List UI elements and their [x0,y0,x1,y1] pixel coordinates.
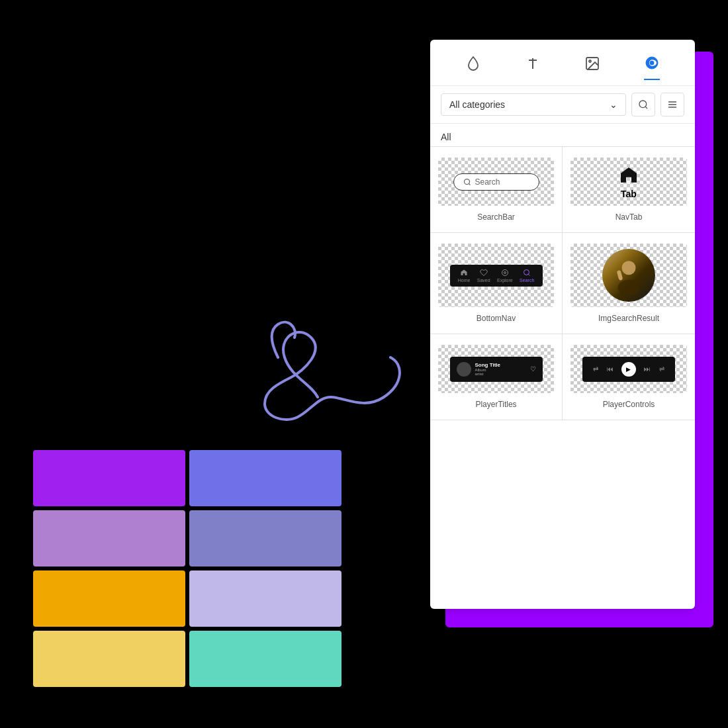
tab-text[interactable] [525,56,541,79]
svg-point-6 [639,101,647,108]
navtab-preview-area: Tab [570,158,687,206]
swatch-lavender[interactable] [189,570,341,627]
swatch-yellow-vivid[interactable] [33,570,185,627]
component-panel: All categories ⌄ All [430,40,695,609]
component-grid: Search SearchBar Tab NavTab [430,146,695,420]
playertitles-preview-area: Song Title Album artist ♡ [438,345,554,393]
bottomnav-widget: Home Saved Explore Search [450,265,543,287]
searchbar-widget: Search [453,173,539,191]
component-name-searchbar: SearchBar [477,212,515,222]
player-text: Song Title Album artist [475,362,501,376]
component-cell-playertitles[interactable]: Song Title Album artist ♡ PlayerTitles [430,334,563,420]
swatch-purple-vivid[interactable] [33,450,185,506]
component-cell-imgsearch[interactable]: ImgSearchResult [563,233,695,334]
bnav-search: Search [520,269,534,283]
svg-rect-19 [617,270,623,281]
category-bar: All categories ⌄ [430,86,695,124]
svg-point-14 [504,271,506,273]
searchbar-placeholder: Search [475,177,500,187]
category-dropdown[interactable]: All categories ⌄ [441,93,626,116]
playertitles-widget: Song Title Album artist ♡ [450,357,543,382]
component-name-bottomnav: BottomNav [477,314,516,323]
component-name-imgsearch: ImgSearchResult [598,314,659,323]
svg-point-18 [618,280,640,295]
svg-point-17 [622,261,636,275]
bnav-saved-label: Saved [477,278,490,283]
bnav-home-label: Home [458,278,471,283]
tab-components[interactable] [644,55,660,80]
navtab-widget: Tab [618,165,639,199]
prev-icon: ⏮ [607,365,614,373]
tab-drop[interactable] [465,56,481,79]
player-artist: artist [475,372,501,376]
searchbar-preview: Search [438,158,554,206]
handwriting-decoration [199,278,417,437]
bnav-saved: Saved [477,269,490,283]
chevron-down-icon: ⌄ [610,99,617,110]
svg-line-16 [529,274,530,275]
component-cell-bottomnav[interactable]: Home Saved Explore Search [430,233,563,334]
shuffle-icon: ⇄ [593,365,598,373]
svg-point-13 [502,269,508,275]
svg-point-11 [464,179,469,184]
panel-tab-bar [430,40,695,86]
component-cell-searchbar[interactable]: Search SearchBar [430,147,563,233]
heart-icon: ♡ [530,365,536,373]
player-thumbnail [457,362,471,377]
bnav-search-label: Search [520,278,534,283]
menu-icon-btn[interactable] [660,93,684,116]
playercontrols-widget: ⇄ ⏮ ▶ ⏭ ⇌ [582,357,675,382]
player-info: Song Title Album artist [457,362,501,377]
component-cell-playercontrols[interactable]: ⇄ ⏮ ▶ ⏭ ⇌ PlayerControls [563,334,695,420]
navtab-label: Tab [621,189,637,199]
swatch-yellow-light[interactable] [33,631,185,687]
component-name-navtab: NavTab [615,212,643,222]
svg-line-12 [469,183,470,185]
swatch-blue-medium[interactable] [189,450,341,506]
player-song-title: Song Title [475,362,501,368]
playercontrols-preview-area: ⇄ ⏮ ▶ ⏭ ⇌ [570,345,687,393]
svg-point-3 [589,60,591,62]
panel-wrapper: All categories ⌄ All [430,40,702,635]
bnav-explore: Explore [497,269,513,283]
svg-point-5 [650,61,654,65]
bottomnav-preview-area: Home Saved Explore Search [438,244,554,307]
bnav-home: Home [458,269,471,283]
search-icon-btn[interactable] [631,93,655,116]
next-icon: ⏭ [644,365,651,373]
category-label: All categories [449,99,505,110]
bnav-explore-label: Explore [497,278,513,283]
component-cell-navtab[interactable]: Tab NavTab [563,147,695,233]
swatch-teal[interactable] [189,631,341,687]
swatch-purple-light[interactable] [33,510,185,567]
color-palette [33,450,341,687]
component-name-playercontrols: PlayerControls [603,400,655,409]
play-icon: ▶ [621,362,636,377]
tab-image[interactable] [584,56,600,79]
imgsearch-preview-area [570,244,687,307]
imgsearch-widget [602,249,655,302]
component-name-playertitles: PlayerTitles [475,400,516,409]
section-label: All [430,124,695,146]
svg-line-7 [645,107,647,109]
svg-point-15 [524,269,529,275]
swatch-blue-light[interactable] [189,510,341,567]
repeat-icon: ⇌ [659,365,664,373]
